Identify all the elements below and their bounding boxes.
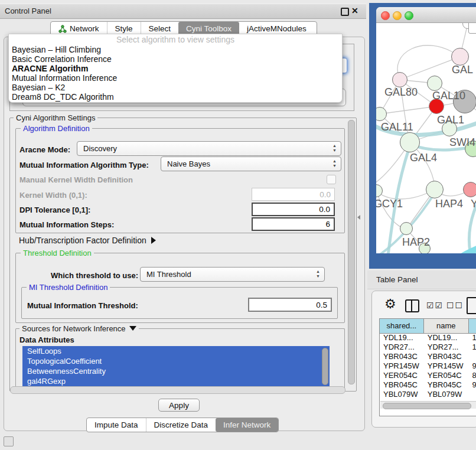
- settings-vertical-scrollbar[interactable]: [348, 120, 355, 384]
- kernel-width-field[interactable]: [252, 188, 335, 201]
- manual-kernel-checkbox[interactable]: [327, 175, 336, 184]
- network-node[interactable]: [392, 72, 407, 87]
- list-item[interactable]: TopologicalCoefficient: [22, 356, 330, 366]
- node-label: GAL80: [384, 86, 418, 99]
- select-all-icon[interactable]: ☑☑: [426, 301, 444, 310]
- zoom-traffic-light-icon[interactable]: [405, 11, 413, 20]
- dropdown-item[interactable]: Bayesian – K2: [9, 83, 342, 92]
- tab-discretize-data-label: Discretize Data: [154, 420, 208, 429]
- attributes-list-scrollbar[interactable]: [322, 348, 328, 385]
- which-threshold-combobox[interactable]: MI Threshold ▲▼: [140, 267, 325, 282]
- table-row[interactable]: YDL19...YDL19...13: [380, 333, 476, 343]
- list-item[interactable]: SelfLoops: [22, 346, 330, 356]
- dropdown-item[interactable]: Bayesian – Hill Climbing: [9, 45, 342, 54]
- network-node[interactable]: [400, 222, 413, 235]
- dropdown-item[interactable]: Basic Correlation Inference: [9, 54, 342, 64]
- mi-type-combobox[interactable]: Naive Bayes ▲▼: [161, 156, 341, 171]
- network-node[interactable]: [451, 48, 469, 66]
- node-label: HAP2: [402, 236, 430, 249]
- dropdown-item-highlighted[interactable]: ARACNE Algorithm: [9, 64, 342, 73]
- tab-discretize-data[interactable]: Discretize Data: [146, 418, 216, 432]
- cell: 9.: [468, 399, 476, 400]
- node-label: Y: [471, 198, 476, 210]
- table-row[interactable]: YBL079WYBL079W: [380, 390, 476, 399]
- cell: [468, 352, 476, 361]
- table-body: YDL19...YDL19...13 YDR27...YDR27...12 YB…: [380, 333, 476, 400]
- cell: YDR27...: [424, 343, 469, 352]
- cell: 12: [468, 343, 476, 352]
- table-row[interactable]: YBR045CYBR045C9.: [380, 380, 476, 390]
- cell: YDR27...: [380, 343, 424, 352]
- list-item[interactable]: BetweennessCentrality: [22, 366, 330, 376]
- network-node[interactable]: [463, 182, 476, 197]
- table-row[interactable]: YBR043CYBR043C: [380, 352, 476, 361]
- scrollbar-thumb[interactable]: [383, 403, 471, 409]
- mi-steps-label: Mutual Information Steps:: [19, 220, 114, 229]
- combo-arrows-icon: ▲▼: [316, 269, 320, 279]
- cell: YPR145W: [424, 361, 469, 371]
- network-icon: [58, 25, 67, 33]
- close-icon[interactable]: ✕: [351, 6, 358, 15]
- data-attributes-list[interactable]: SelfLoops TopologicalCoefficient Between…: [22, 346, 330, 386]
- node-label: SWI4: [449, 136, 475, 149]
- mi-steps-field[interactable]: [252, 217, 335, 231]
- aracne-mode-combobox[interactable]: Discovery ▲▼: [77, 141, 341, 156]
- mi-threshold-field[interactable]: [248, 298, 332, 312]
- deselect-all-icon[interactable]: ☐☐: [446, 301, 464, 310]
- threshold-definition-title: Threshold Definition: [21, 249, 94, 257]
- mi-threshold-label: Mutual Information Threshold:: [27, 301, 138, 310]
- minimized-panel-icon[interactable]: [4, 436, 14, 446]
- cell: 13: [468, 333, 476, 343]
- apply-button[interactable]: Apply: [158, 399, 200, 412]
- network-window[interactable]: GAL GAL80 GAL10 GAL1 GAL11 SWI4 GAL4 GCY…: [376, 7, 476, 253]
- table-header-row: shared... name: [380, 319, 476, 334]
- table-row[interactable]: YDR27...YDR27...12: [380, 343, 476, 352]
- cell: YPR145W: [380, 361, 424, 371]
- dropdown-item[interactable]: Mutual Information Inference: [9, 73, 342, 83]
- minimize-traffic-light-icon[interactable]: [393, 11, 402, 20]
- cell: YDL19...: [380, 333, 424, 343]
- table-row[interactable]: YPR145WYPR145W9.: [380, 361, 476, 371]
- dpi-tolerance-label: DPI Tolerance [0,1]:: [19, 206, 90, 214]
- dpi-tolerance-field[interactable]: [252, 203, 335, 216]
- node-label: GCY1: [376, 198, 403, 210]
- dropdown-prompt: Select algorithm to view settings: [9, 34, 342, 45]
- cell: YBR043C: [424, 352, 469, 361]
- table-panel-window: ⚙ ☑☑ ☐☐ shared... name YDL19...YDL19...1…: [371, 291, 476, 428]
- screen: Control Panel ✕ Network Style Select Cyn…: [0, 0, 476, 450]
- table-horizontal-scrollbar[interactable]: [380, 401, 476, 409]
- cell: YER054C: [424, 371, 469, 380]
- network-window-titlebar[interactable]: [376, 7, 476, 23]
- mi-threshold-definition-title: MI Threshold Definition: [27, 283, 110, 292]
- sources-group-title[interactable]: Sources for Network Inference: [19, 324, 139, 333]
- table-row[interactable]: YER054CYER054C8.: [380, 371, 476, 380]
- tab-infer-network[interactable]: Infer Network: [216, 418, 278, 432]
- control-panel-title: Control Panel: [5, 6, 51, 15]
- expander-right-arrow-icon: [151, 237, 156, 244]
- network-view-frame: GAL GAL80 GAL10 GAL1 GAL11 SWI4 GAL4 GCY…: [369, 3, 476, 269]
- columns-icon[interactable]: [405, 299, 419, 312]
- document-icon[interactable]: [467, 297, 476, 314]
- column-header-partial[interactable]: [469, 319, 476, 333]
- float-window-icon[interactable]: [341, 8, 349, 16]
- dropdown-item[interactable]: Dream8 DC_TDC Algorithm: [9, 92, 342, 102]
- network-node[interactable]: [400, 132, 420, 152]
- gear-icon[interactable]: ⚙: [384, 298, 396, 311]
- cell: YBR043C: [380, 352, 424, 361]
- network-node[interactable]: [427, 76, 442, 91]
- column-header-shared-name[interactable]: shared...: [380, 319, 424, 333]
- close-traffic-light-icon[interactable]: [381, 11, 390, 20]
- settings-horizontal-scrollbar[interactable]: [10, 386, 345, 394]
- control-panel-titlebar: Control Panel ✕: [0, 4, 366, 19]
- settings-group-title: Cyni Algorithm Settings: [14, 113, 97, 122]
- tab-impute-data[interactable]: Impute Data: [87, 418, 146, 432]
- network-node[interactable]: [426, 181, 444, 198]
- splitter-collapse-arrow-icon[interactable]: [357, 215, 360, 220]
- column-header-name[interactable]: name: [424, 319, 469, 333]
- table-row[interactable]: YLR345WYLR345W9.: [380, 399, 476, 400]
- mi-type-label: Mutual Information Algorithm Type:: [19, 161, 149, 169]
- list-item[interactable]: gal4RGexp: [22, 376, 330, 386]
- cell: YBR045C: [380, 380, 424, 390]
- mi-type-value: Naive Bayes: [167, 157, 341, 171]
- hub-definition-expander[interactable]: Hub/Transcription Factor Definition: [19, 236, 156, 245]
